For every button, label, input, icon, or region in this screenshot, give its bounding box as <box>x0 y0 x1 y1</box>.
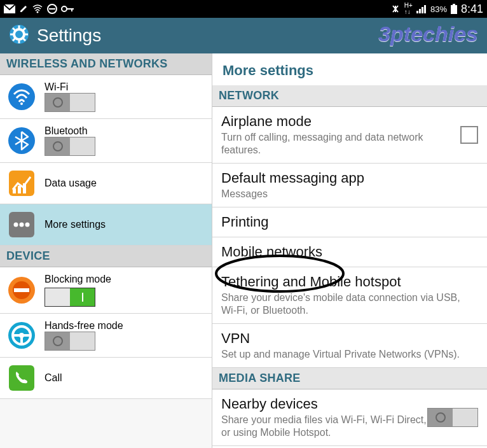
airplane-name: Airplane mode <box>221 113 455 130</box>
call-label: Call <box>45 372 62 384</box>
item-printing[interactable]: Printing <box>212 207 487 237</box>
handsfree-label: Hands-free mode <box>45 320 123 332</box>
item-airplane-mode[interactable]: Airplane mode Turn off calling, messagin… <box>212 107 487 164</box>
sidebar-item-bluetooth[interactable]: Bluetooth <box>0 119 212 163</box>
wifi-circle-icon <box>8 83 36 111</box>
section-media-share: MEDIA SHARE <box>212 368 487 389</box>
defmsg-name: Default messaging app <box>221 170 478 186</box>
more-settings-label: More settings <box>45 219 106 230</box>
svg-point-2 <box>37 11 39 13</box>
svg-rect-16 <box>451 5 457 14</box>
svg-point-35 <box>14 223 18 227</box>
svg-point-5 <box>62 6 67 11</box>
tethering-name: Tethering and Mobile hotspot <box>221 274 478 290</box>
svg-rect-40 <box>14 288 29 292</box>
vibrate-icon <box>390 4 401 13</box>
bluetooth-toggle[interactable] <box>45 137 95 156</box>
key-icon <box>61 5 75 13</box>
phone-icon <box>8 364 36 392</box>
printing-name: Printing <box>221 214 478 230</box>
battery-percent: 83% <box>430 4 447 14</box>
section-wireless-networks: WIRELESS AND NETWORKS <box>0 53 212 75</box>
svg-rect-11 <box>416 11 418 13</box>
watermark: 3ptechies <box>378 22 478 46</box>
app-bar: Settings 3ptechies <box>0 18 487 53</box>
battery-icon <box>451 4 457 14</box>
svg-rect-46 <box>9 365 34 391</box>
svg-rect-14 <box>424 5 426 13</box>
svg-rect-13 <box>422 7 423 13</box>
nearby-toggle[interactable] <box>427 408 478 427</box>
vpn-name: VPN <box>221 330 478 347</box>
wifi-toggle[interactable] <box>45 93 95 112</box>
mobile-networks-name: Mobile networks <box>221 244 478 260</box>
tethering-desc: Share your device's mobile data connecti… <box>221 291 478 317</box>
wifi-icon <box>32 4 43 13</box>
right-title: More settings <box>212 53 487 85</box>
airplane-desc: Turn off calling, messaging and data net… <box>221 131 455 157</box>
svg-point-27 <box>8 83 35 110</box>
svg-point-36 <box>20 223 24 227</box>
nearby-name: Nearby devices <box>221 396 427 412</box>
vpn-desc: Set up and manage Virtual Private Networ… <box>221 348 478 361</box>
bluetooth-label: Bluetooth <box>45 125 95 137</box>
item-vpn[interactable]: VPN Set up and manage Virtual Private Ne… <box>212 324 487 368</box>
mail-icon <box>4 4 15 13</box>
defmsg-desc: Messages <box>221 188 478 200</box>
svg-point-28 <box>20 102 23 105</box>
item-default-messaging[interactable]: Default messaging app Messages <box>212 164 487 207</box>
svg-rect-32 <box>18 186 21 193</box>
svg-rect-31 <box>13 188 16 193</box>
right-pane: More settings NETWORK Airplane mode Turn… <box>212 53 487 448</box>
item-tethering[interactable]: Tethering and Mobile hotspot Share your … <box>212 267 487 324</box>
svg-marker-1 <box>20 6 27 12</box>
more-icon <box>8 211 36 239</box>
signal-icon <box>416 4 427 13</box>
page-title: Settings <box>37 25 101 46</box>
left-pane: WIRELESS AND NETWORKS Wi-Fi Bluetooth <box>0 53 212 448</box>
svg-rect-12 <box>419 9 421 13</box>
data-usage-label: Data usage <box>45 178 97 189</box>
dnd-icon <box>47 4 57 14</box>
steering-wheel-icon <box>8 321 36 349</box>
sidebar-item-call[interactable]: Call <box>0 358 212 399</box>
settings-gear-icon <box>8 23 31 48</box>
item-nearby-devices[interactable]: Nearby devices Share your media files vi… <box>212 389 487 446</box>
svg-point-37 <box>25 223 30 227</box>
chart-icon <box>8 169 36 197</box>
clock: 8:41 <box>461 3 483 16</box>
handsfree-toggle[interactable] <box>45 332 95 351</box>
sidebar-item-hands-free[interactable]: Hands-free mode <box>0 314 212 358</box>
blocking-icon <box>8 276 36 304</box>
item-mobile-networks[interactable]: Mobile networks <box>212 237 487 267</box>
edit-icon <box>19 4 28 13</box>
blocking-toggle[interactable] <box>45 288 95 307</box>
status-bar: H+↑↓ 83% 8:41 <box>0 0 487 18</box>
bluetooth-circle-icon <box>8 127 36 155</box>
blocking-label: Blocking mode <box>45 274 111 285</box>
airplane-checkbox[interactable] <box>460 126 478 144</box>
svg-rect-33 <box>23 183 26 193</box>
wifi-label: Wi-Fi <box>45 81 95 93</box>
section-network: NETWORK <box>212 85 487 107</box>
hplus-icon: H+↑↓ <box>404 3 413 15</box>
section-device: DEVICE <box>0 246 212 267</box>
nearby-desc: Share your media files via Wi-Fi, Wi-Fi … <box>221 414 427 439</box>
sidebar-item-data-usage[interactable]: Data usage <box>0 163 212 204</box>
svg-rect-15 <box>453 4 455 5</box>
sidebar-item-more-settings[interactable]: More settings <box>0 204 212 246</box>
sidebar-item-blocking-mode[interactable]: Blocking mode <box>0 267 212 314</box>
sidebar-item-wifi[interactable]: Wi-Fi <box>0 75 212 119</box>
